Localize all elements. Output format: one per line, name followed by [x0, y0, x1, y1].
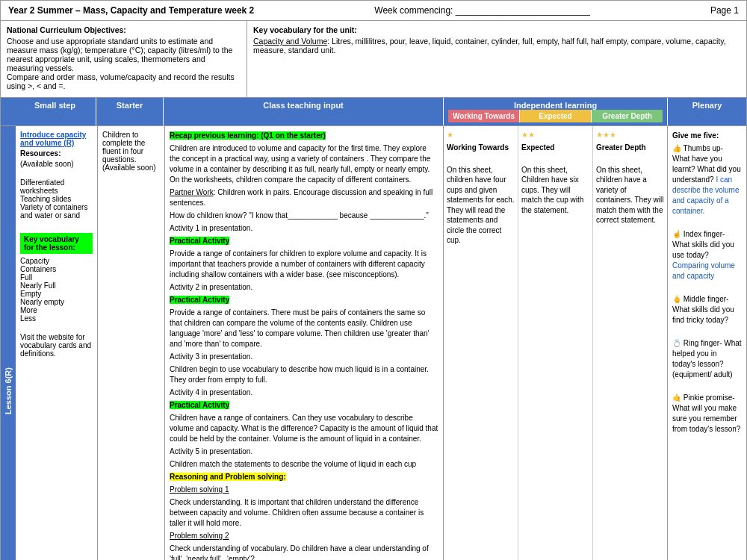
visit-text: Visit the website for vocabulary cards a… — [20, 333, 93, 358]
cell-starter: Children to complete the fluent in four … — [98, 126, 165, 560]
reasoning-highlight: Reasoning and Problem solving: — [170, 473, 286, 481]
activity5: Activity 5 in presentation. — [170, 447, 438, 457]
plenary-pinkie: 🤙 Pinkie promise- What will you make sur… — [672, 393, 742, 435]
problem1-text: Check understanding. It is important tha… — [170, 497, 438, 529]
col-starter: Starter — [96, 98, 164, 125]
activity4: Activity 4 in presentation. — [170, 388, 438, 398]
problem1-label: Problem solving 1 — [170, 485, 229, 494]
resources-items: Differentiated worksheetsTeaching slides… — [20, 178, 93, 220]
activity3-text: Children begin to use vocabulary to desc… — [170, 364, 438, 385]
ind-cells: ★ Working Towards On this sheet, childre… — [444, 126, 667, 560]
practical3-text: Children have a range of containers. Can… — [170, 413, 438, 444]
give-five: Give me five: — [672, 131, 742, 141]
practical2: Practical Activity — [170, 296, 229, 304]
header: Year 2 Summer – Mass, Capacity and Tempe… — [1, 1, 746, 21]
objectives-left-content: Choose and use appropriate standard unit… — [7, 37, 241, 90]
ind-subheaders: Working Towards Expected Greater Depth — [448, 110, 663, 122]
header-week: Week commencing: _______________________… — [374, 5, 590, 16]
vocab-list: CapacityContainersFullNearly FullEmptyNe… — [20, 257, 93, 323]
activity1: Activity 1 in presentation. — [170, 223, 438, 234]
header-title: Year 2 Summer – Mass, Capacity and Tempe… — [8, 5, 254, 16]
plenary-index: ☝ Index finger- What skills did you use … — [672, 229, 742, 281]
plenary-ring: 💍 Ring finger- What helped you in today'… — [672, 338, 742, 380]
cell-small-step: Introduce capacity and volume (R) Resour… — [16, 126, 98, 560]
objectives-left-title: National Curriculum Objectives: — [7, 25, 241, 34]
practical1: Practical Activity — [170, 237, 229, 245]
plenary-middle: 🖕 Middle finger- What skills did you fin… — [672, 294, 742, 326]
objectives-right: Key vocabulary for the unit: Capacity an… — [247, 21, 746, 97]
cell-plenary: Give me five: 👍 Thumbs up- What have you… — [668, 126, 746, 560]
practical3: Practical Activity — [170, 401, 229, 409]
activity5-text: Children match the statements to describ… — [170, 459, 438, 470]
cell-class-teaching: Recap previous learning: (Q1 on the star… — [165, 126, 444, 560]
ind-working-header: Working Towards — [448, 110, 520, 122]
resources-available: (Available soon) — [20, 160, 93, 168]
ind-cell-working: ★ Working Towards On this sheet, childre… — [444, 126, 518, 560]
ind-cell-expected: ★★ Expected On this sheet, Children have… — [518, 126, 593, 560]
partner-work: Partner Work: Children work in pairs. En… — [170, 187, 438, 208]
working-title: Working Towards — [447, 143, 515, 153]
greater-content: On this sheet, children have a variety o… — [596, 165, 664, 225]
problem2-label: Problem solving 2 — [170, 532, 229, 540]
header-page: Page 1 — [710, 5, 739, 16]
col-independent: Independent learning Working Towards Exp… — [444, 98, 668, 125]
working-content: On this sheet, children have four cups a… — [447, 165, 515, 246]
col-headers: Small step Starter Class teaching input … — [1, 98, 746, 125]
ind-cell-greater: ★★★ Greater Depth On this sheet, childre… — [593, 126, 667, 560]
key-vocab-box: Key vocabulary for the lesson: — [20, 233, 93, 254]
activity2: Activity 2 in presentation. — [170, 282, 438, 293]
practical2-text: Provide a range of containers. There mus… — [170, 308, 438, 349]
how-children-know: How do children know? "I know that______… — [170, 211, 438, 221]
main-row: Lesson 6(R) Introduce capacity and volum… — [1, 125, 746, 560]
objectives-left: National Curriculum Objectives: Choose a… — [1, 21, 247, 97]
small-step-title: Introduce capacity and volume (R) — [20, 131, 86, 147]
col-small-step: Small step — [14, 98, 96, 125]
lesson-side-label: Lesson 6(R) — [1, 126, 16, 560]
objectives-row: National Curriculum Objectives: Choose a… — [1, 21, 746, 98]
page-container: Year 2 Summer – Mass, Capacity and Tempe… — [0, 0, 747, 560]
greater-title: Greater Depth — [596, 143, 664, 153]
recap-highlight: Recap previous learning: (Q1 on the star… — [170, 131, 326, 140]
col-class-teaching: Class teaching input — [164, 98, 444, 125]
expected-content: On this sheet, Children have six cups. T… — [521, 165, 589, 216]
cell-independent: ★ Working Towards On this sheet, childre… — [444, 126, 668, 560]
greater-stars: ★★★ — [596, 131, 616, 139]
starter-text: Children to complete the fluent in four … — [102, 131, 160, 172]
working-star: ★ — [447, 131, 453, 139]
ind-expected-header: Expected — [520, 110, 592, 122]
resources-label: Resources: — [20, 149, 93, 158]
col-plenary: Plenary — [668, 98, 746, 125]
problem2-text: Check understanding of vocabulary. Do ch… — [170, 544, 438, 560]
expected-stars: ★★ — [521, 131, 535, 139]
activity3: Activity 3 in presentation. — [170, 352, 438, 362]
objectives-right-content: Capacity and Volume: Litres, millilitres… — [253, 37, 740, 55]
objectives-right-title: Key vocabulary for the unit: — [253, 25, 740, 34]
expected-title: Expected — [521, 143, 589, 153]
plenary-thumb: 👍 Thumbs up- What have you learnt? What … — [672, 143, 742, 217]
intro-text: Children are introduced to volume and ca… — [170, 143, 438, 185]
practical1-text: Provide a range of containers for childr… — [170, 249, 438, 280]
ind-greater-header: Greater Depth — [592, 110, 663, 122]
